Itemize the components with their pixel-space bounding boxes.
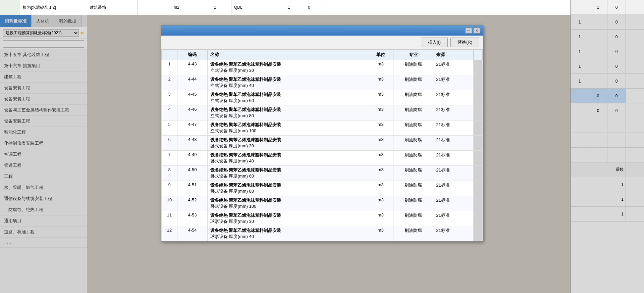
cell-name: 设备绝热 聚苯乙烯泡沫塑料制品安装 立式设备 厚度(mm) 40: [207, 75, 368, 90]
top-cell-empty1: [138, 0, 171, 15]
table-row[interactable]: 5 4-47 设备绝热 聚苯乙烯泡沫塑料制品安装 立式设备 厚度(mm) 100…: [162, 120, 483, 136]
cell-code: 4-43: [177, 60, 208, 75]
cell-source: 21标准: [433, 90, 474, 105]
cell-scroll: [474, 120, 483, 136]
cell-scroll: [474, 90, 483, 105]
cell-code: 4-50: [177, 166, 208, 181]
table-row[interactable]: 2 4-44 设备绝热 聚苯乙烯泡沫塑料制品安装 立式设备 厚度(mm) 40 …: [162, 75, 483, 90]
insert-button[interactable]: 插入(I): [421, 38, 448, 47]
modal-titlebar-buttons: ─ ✕: [465, 28, 480, 34]
cell-rownum: 12: [162, 226, 177, 241]
cell-code: 4-49: [177, 151, 208, 166]
cell-rownum: 9: [162, 181, 177, 196]
top-cell-empty3: [258, 0, 285, 15]
cell-code: 4-46: [177, 105, 208, 120]
modal-toolbar: 插入(I) 替换(R): [161, 36, 483, 49]
modal-minimize-btn[interactable]: ─: [465, 28, 472, 34]
modal-table: 编码 名称 单位 专业 来源 1 4-43 设备绝热 聚苯乙烯泡沫塑料制品安装 …: [161, 49, 483, 241]
cell-rownum: 1: [162, 60, 177, 75]
th-unit: 单位: [368, 50, 393, 60]
modal-overlay: ─ ✕ 插入(I) 替换(R) 编码 名称 单位: [0, 15, 644, 293]
cell-scroll: [474, 226, 483, 241]
cell-spec: 刷油防腐: [393, 90, 433, 105]
cell-unit: m3: [368, 136, 393, 151]
th-scroll: [474, 50, 483, 60]
modal-close-btn[interactable]: ✕: [473, 28, 480, 34]
cell-unit: m3: [368, 196, 393, 211]
table-row[interactable]: 11 4-53 设备绝热 聚苯乙烯泡沫塑料制品安装 球形设备 厚度(mm) 30…: [162, 211, 483, 226]
cell-code: 4-52: [177, 196, 208, 211]
table-row[interactable]: 6 4-48 设备绝热 聚苯乙烯泡沫塑料制品安装 卧式设备 厚度(mm) 30 …: [162, 136, 483, 151]
modal-table-container[interactable]: 编码 名称 单位 专业 来源 1 4-43 设备绝热 聚苯乙烯泡沫塑料制品安装 …: [161, 49, 483, 241]
cell-unit: m3: [368, 181, 393, 196]
cell-code: 4-44: [177, 75, 208, 90]
table-row[interactable]: 1 4-43 设备绝热 聚苯乙烯泡沫塑料制品安装 立式设备 厚度(mm) 30 …: [162, 60, 483, 75]
cell-source: 21标准: [433, 211, 474, 226]
cell-scroll: [474, 151, 483, 166]
right-header-3: 0: [607, 0, 626, 14]
top-cell-unit: m2: [171, 0, 191, 15]
th-spec: 专业: [393, 50, 433, 60]
modal-titlebar: ─ ✕: [161, 26, 483, 36]
top-cell-zero: 0: [305, 0, 325, 15]
right-col-header: 1 0: [571, 0, 644, 15]
main-background: 换为[水泥砂浆 1:2] 建筑装饰 m2 1 QDL 1 0 消耗量标准 人材机…: [0, 0, 644, 293]
cell-spec: 刷油防腐: [393, 211, 433, 226]
right-header-1: [571, 0, 589, 14]
cell-name: 设备绝热 聚苯乙烯泡沫塑料制品安装 立式设备 厚度(mm) 100: [207, 120, 368, 136]
cell-scroll: [474, 181, 483, 196]
cell-rownum: 11: [162, 211, 177, 226]
cell-spec: 刷油防腐: [393, 60, 433, 75]
cell-rownum: 2: [162, 75, 177, 90]
cell-source: 21标准: [433, 166, 474, 181]
cell-source: 21标准: [433, 226, 474, 241]
cell-unit: m3: [368, 120, 393, 136]
top-spreadsheet: 换为[水泥砂浆 1:2] 建筑装饰 m2 1 QDL 1 0: [0, 0, 644, 15]
cell-code: 4-53: [177, 211, 208, 226]
cell-rownum: 6: [162, 136, 177, 151]
table-row[interactable]: 3 4-45 设备绝热 聚苯乙烯泡沫塑料制品安装 立式设备 厚度(mm) 60 …: [162, 90, 483, 105]
cell-code: 4-51: [177, 181, 208, 196]
cell-source: 21标准: [433, 151, 474, 166]
modal-dialog: ─ ✕ 插入(I) 替换(R) 编码 名称 单位: [161, 25, 483, 242]
cell-rownum: 4: [162, 105, 177, 120]
cell-name: 设备绝热 聚苯乙烯泡沫塑料制品安装 立式设备 厚度(mm) 30: [207, 60, 368, 75]
top-cell-qdl: QDL: [231, 0, 258, 15]
cell-unit: m3: [368, 60, 393, 75]
cell-name: 设备绝热 聚苯乙烯泡沫塑料制品安装 球形设备 厚度(mm) 30: [207, 211, 368, 226]
table-row[interactable]: 12 4-54 设备绝热 聚苯乙烯泡沫塑料制品安装 球形设备 厚度(mm) 40…: [162, 226, 483, 241]
cell-scroll: [474, 75, 483, 90]
top-cell-category: 建筑装饰: [87, 0, 138, 15]
replace-button[interactable]: 替换(R): [450, 38, 479, 47]
table-row[interactable]: 9 4-51 设备绝热 聚苯乙烯泡沫塑料制品安装 卧式设备 厚度(mm) 80 …: [162, 181, 483, 196]
cell-unit: m3: [368, 105, 393, 120]
cell-unit: m3: [368, 211, 393, 226]
cell-source: 21标准: [433, 120, 474, 136]
cell-rownum: 10: [162, 196, 177, 211]
table-row[interactable]: 8 4-50 设备绝热 聚苯乙烯泡沫塑料制品安装 卧式设备 厚度(mm) 60 …: [162, 166, 483, 181]
cell-source: 21标准: [433, 60, 474, 75]
table-row[interactable]: 7 4-49 设备绝热 聚苯乙烯泡沫塑料制品安装 卧式设备 厚度(mm) 40 …: [162, 151, 483, 166]
table-row[interactable]: 4 4-46 设备绝热 聚苯乙烯泡沫塑料制品安装 立式设备 厚度(mm) 80 …: [162, 105, 483, 120]
cell-name: 设备绝热 聚苯乙烯泡沫塑料制品安装 立式设备 厚度(mm) 60: [207, 90, 368, 105]
cell-rownum: 5: [162, 120, 177, 136]
cell-spec: 刷油防腐: [393, 226, 433, 241]
th-code: 编码: [177, 50, 208, 60]
cell-spec: 刷油防腐: [393, 196, 433, 211]
cell-scroll: [474, 60, 483, 75]
cell-name: 设备绝热 聚苯乙烯泡沫塑料制品安装 卧式设备 厚度(mm) 60: [207, 166, 368, 181]
top-cell-num2: 1: [285, 0, 305, 15]
cell-unit: m3: [368, 166, 393, 181]
cell-unit: m3: [368, 75, 393, 90]
cell-name: 设备绝热 聚苯乙烯泡沫塑料制品安装 立式设备 厚度(mm) 80: [207, 105, 368, 120]
cell-spec: 刷油防腐: [393, 151, 433, 166]
table-row[interactable]: 10 4-52 设备绝热 聚苯乙烯泡沫塑料制品安装 卧式设备 厚度(mm) 10…: [162, 196, 483, 211]
cell-name: 设备绝热 聚苯乙烯泡沫塑料制品安装 球形设备 厚度(mm) 40: [207, 226, 368, 241]
cell-code: 4-48: [177, 136, 208, 151]
cell-unit: m3: [368, 90, 393, 105]
cell-code: 4-54: [177, 226, 208, 241]
cell-spec: 刷油防腐: [393, 105, 433, 120]
cell-spec: 刷油防腐: [393, 181, 433, 196]
top-cell-index: [0, 0, 20, 15]
cell-unit: m3: [368, 226, 393, 241]
